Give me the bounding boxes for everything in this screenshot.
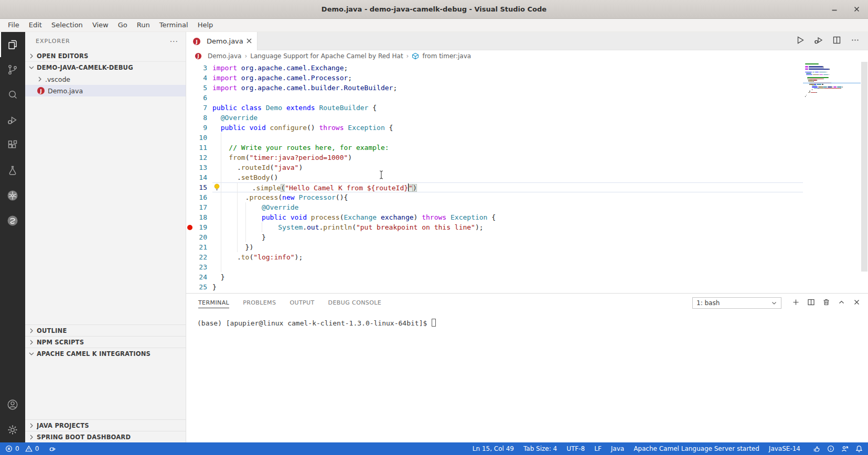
tab-demo-java[interactable]: J Demo.java — [186, 32, 258, 50]
feedback-thumb-icon[interactable] — [813, 445, 820, 452]
line-number[interactable]: 19 — [194, 222, 207, 232]
code-text[interactable]: public void configure() throws Exception… — [212, 123, 393, 133]
gutter-glyph-margin[interactable] — [186, 143, 194, 153]
code-line-3[interactable]: 3import org.apache.camel.Exchange; — [186, 63, 803, 73]
code-text[interactable]: @Override — [212, 202, 298, 212]
gutter-glyph-margin[interactable] — [186, 272, 194, 282]
code-text[interactable]: .routeId("java") — [212, 162, 303, 172]
more-actions-icon[interactable] — [851, 36, 860, 46]
breadcrumb-item-extension[interactable]: Language Support for Apache Camel by Red… — [250, 52, 403, 60]
menu-edit[interactable]: Edit — [24, 19, 47, 31]
code-line-21[interactable]: 21 }) — [186, 242, 803, 252]
line-number[interactable]: 23 — [194, 262, 207, 272]
line-number[interactable]: 5 — [194, 83, 207, 93]
editor-scrollbar[interactable] — [861, 62, 868, 293]
gutter-glyph-margin[interactable] — [186, 83, 194, 93]
gutter-glyph-margin[interactable] — [186, 212, 194, 222]
sidebar-section-npm-scripts[interactable]: NPM SCRIPTS — [25, 336, 186, 348]
sidebar-item-vscode-folder[interactable]: .vscode — [25, 73, 186, 85]
minimap[interactable] — [803, 62, 861, 293]
line-number[interactable]: 16 — [194, 192, 207, 202]
menu-help[interactable]: Help — [193, 19, 218, 31]
code-line-8[interactable]: 8 @Override — [186, 113, 803, 123]
gutter-glyph-margin[interactable] — [186, 162, 194, 172]
code-text[interactable]: .simple("Hello Camel K from ${routeId}") — [212, 182, 417, 192]
code-text[interactable]: }) — [212, 242, 253, 252]
extensions-icon[interactable] — [0, 133, 25, 158]
code-line-4[interactable]: 4import org.apache.camel.Processor; — [186, 73, 803, 83]
line-number[interactable]: 10 — [194, 133, 207, 143]
menu-view[interactable]: View — [88, 19, 113, 31]
menu-selection[interactable]: Selection — [47, 19, 88, 31]
gutter-glyph-margin[interactable] — [186, 222, 194, 232]
gutter-glyph-margin[interactable] — [186, 153, 194, 162]
code-text[interactable]: @Override — [212, 113, 258, 123]
code-line-12[interactable]: 12 from("timer:java?period=1000") — [186, 153, 803, 162]
code-text[interactable]: } — [212, 272, 224, 282]
gutter-glyph-margin[interactable] — [186, 252, 194, 262]
sidebar-section-spring-boot-dashboard[interactable]: SPRING BOOT DASHBOARD — [25, 431, 186, 442]
person-share-icon[interactable] — [841, 445, 849, 452]
source-control-icon[interactable] — [0, 57, 25, 82]
terminal-shell-select[interactable]: 1: bash — [692, 297, 781, 309]
line-number[interactable]: 6 — [194, 93, 207, 103]
account-icon[interactable] — [0, 392, 25, 417]
error-count[interactable]: 0 — [15, 445, 19, 452]
code-line-9[interactable]: 9 public void configure() throws Excepti… — [186, 123, 803, 133]
kill-terminal-trash-icon[interactable] — [822, 298, 830, 308]
line-number[interactable]: 11 — [194, 143, 207, 153]
line-number[interactable]: 12 — [194, 153, 207, 162]
status-item[interactable]: Apache Camel Language Server started — [634, 445, 759, 452]
code-line-24[interactable]: 24 } — [186, 272, 803, 282]
info-icon[interactable] — [827, 445, 834, 452]
notifications-bell-icon[interactable] — [855, 445, 863, 452]
line-number[interactable]: 4 — [194, 73, 207, 83]
status-item[interactable]: UTF-8 — [566, 445, 585, 452]
line-number[interactable]: 24 — [194, 272, 207, 282]
gutter-glyph-margin[interactable] — [186, 63, 194, 73]
gutter-glyph-margin[interactable] — [186, 103, 194, 113]
testing-flask-icon[interactable] — [0, 158, 25, 183]
panel-tab-output[interactable]: OUTPUT — [290, 294, 314, 312]
code-line-18[interactable]: 18 public void process(Exchange exchange… — [186, 212, 803, 222]
camel-debug-icon[interactable] — [49, 445, 56, 452]
sidebar-more-actions-icon[interactable]: ··· — [170, 37, 178, 46]
errors-icon[interactable] — [5, 445, 13, 452]
status-item[interactable]: Tab Size: 4 — [523, 445, 557, 452]
code-line-20[interactable]: 20 } — [186, 232, 803, 242]
code-line-22[interactable]: 22 .to("log:info"); — [186, 252, 803, 262]
kubernetes-icon[interactable] — [0, 183, 25, 208]
code-lines[interactable]: 3import org.apache.camel.Exchange;4impor… — [186, 62, 803, 293]
code-line-16[interactable]: 16 .process(new Processor(){ — [186, 192, 803, 202]
code-text[interactable]: } — [212, 282, 217, 292]
debug-run-icon[interactable] — [814, 36, 823, 46]
menu-go[interactable]: Go — [113, 19, 132, 31]
code-line-11[interactable]: 11 // Write your routes here, for exampl… — [186, 143, 803, 153]
code-line-10[interactable]: 10 — [186, 133, 803, 143]
line-number[interactable]: 25 — [194, 282, 207, 292]
explorer-icon[interactable] — [0, 32, 25, 57]
split-editor-icon[interactable] — [832, 36, 841, 46]
gutter-glyph-margin[interactable] — [186, 172, 194, 182]
gutter-glyph-margin[interactable] — [186, 133, 194, 143]
menu-run[interactable]: Run — [132, 19, 155, 31]
line-number[interactable]: 15 — [194, 182, 207, 192]
gutter-glyph-margin[interactable] — [186, 232, 194, 242]
new-terminal-icon[interactable] — [792, 298, 800, 308]
status-item[interactable]: Java — [611, 445, 624, 452]
sidebar-section-camel-k-integrations[interactable]: APACHE CAMEL K INTEGRATIONS — [25, 348, 186, 359]
terminal-content[interactable]: (base) [apupier@linux camel-k-client-1.3… — [197, 319, 868, 327]
panel-tab-debug-console[interactable]: DEBUG CONSOLE — [328, 294, 382, 312]
sidebar-section-outline[interactable]: OUTLINE — [25, 324, 186, 336]
line-number[interactable]: 21 — [194, 242, 207, 252]
breadcrumb-item-file[interactable]: Demo.java — [208, 52, 241, 60]
code-text[interactable]: .to("log:info"); — [212, 252, 303, 262]
line-number[interactable]: 7 — [194, 103, 207, 113]
code-line-5[interactable]: 5import org.apache.camel.builder.RouteBu… — [186, 83, 803, 93]
gutter-glyph-margin[interactable] — [186, 282, 194, 292]
close-window-icon[interactable] — [852, 5, 861, 14]
line-number[interactable]: 14 — [194, 172, 207, 182]
minimize-icon[interactable] — [830, 5, 839, 14]
sidebar-item-demo-java[interactable]: J Demo.java — [25, 85, 186, 96]
spring-icon[interactable] — [0, 208, 25, 233]
